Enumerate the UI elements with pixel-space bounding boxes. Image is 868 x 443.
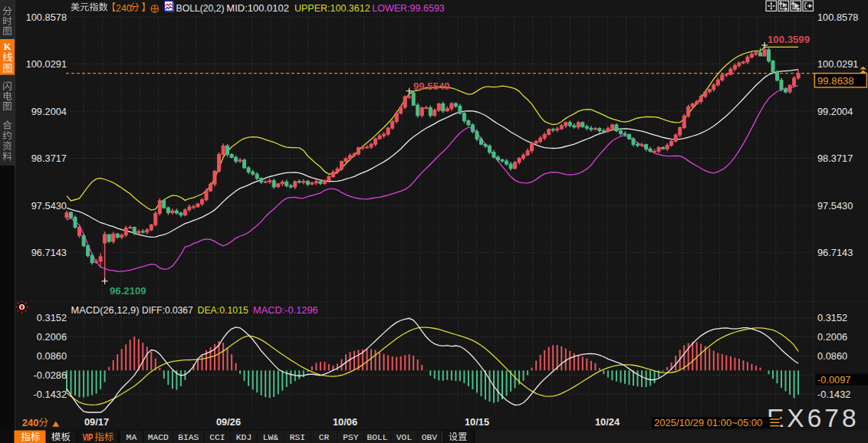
svg-text:PSY: PSY <box>343 433 359 442</box>
svg-text:100.3599: 100.3599 <box>768 34 810 45</box>
svg-text:97.5430: 97.5430 <box>31 200 67 212</box>
svg-text:10/06: 10/06 <box>333 416 357 428</box>
svg-text:BOLL: BOLL <box>367 433 388 442</box>
svg-text:0.0860: 0.0860 <box>817 350 847 362</box>
svg-text:KDJ: KDJ <box>236 433 252 442</box>
svg-text:RSI: RSI <box>290 433 305 442</box>
svg-text:LW&: LW& <box>263 433 279 442</box>
svg-text:-0.1432: -0.1432 <box>817 389 850 400</box>
svg-text:DIFF:0.0367: DIFF:0.0367 <box>142 305 193 316</box>
svg-text:MACD(26,12,9): MACD(26,12,9) <box>71 304 140 316</box>
svg-text:99.2004: 99.2004 <box>817 106 853 117</box>
svg-text:240: 240 <box>116 3 132 14</box>
svg-text:VIP: VIP <box>83 432 93 442</box>
svg-text:LOWER:99.6593: LOWER:99.6593 <box>372 3 445 14</box>
svg-text:10/24: 10/24 <box>595 416 620 428</box>
svg-text:100.8578: 100.8578 <box>26 11 67 23</box>
svg-text:100.8578: 100.8578 <box>817 11 858 23</box>
svg-text:96.2109: 96.2109 <box>110 285 146 297</box>
svg-text:99.5549: 99.5549 <box>413 80 450 92</box>
svg-text:0.2006: 0.2006 <box>37 331 67 343</box>
svg-text:10/15: 10/15 <box>465 416 489 428</box>
svg-text:98.3717: 98.3717 <box>817 153 853 164</box>
svg-text:2025/10/29 01:00~05:00: 2025/10/29 01:00~05:00 <box>654 417 762 428</box>
svg-text:96.7143: 96.7143 <box>817 247 853 258</box>
svg-text:0.3152: 0.3152 <box>817 312 847 323</box>
svg-text:-0.0097: -0.0097 <box>817 374 850 386</box>
svg-text:0.3152: 0.3152 <box>37 312 67 323</box>
svg-text:97.5430: 97.5430 <box>817 200 853 212</box>
svg-text:98.3717: 98.3717 <box>31 153 67 164</box>
svg-text:UPPER:100.3612: UPPER:100.3612 <box>294 3 370 14</box>
svg-text:99.8638: 99.8638 <box>817 75 854 87</box>
svg-text:EX678: EX678 <box>767 404 860 432</box>
svg-text:VOL: VOL <box>396 433 413 442</box>
svg-text:MA: MA <box>127 433 137 442</box>
svg-text:100.0291: 100.0291 <box>26 58 67 70</box>
svg-text:99.2004: 99.2004 <box>31 106 67 117</box>
svg-text:96.7143: 96.7143 <box>31 247 67 258</box>
svg-text:MID:100.0102: MID:100.0102 <box>226 2 289 14</box>
svg-text:CCI: CCI <box>209 433 225 442</box>
svg-text:0.0860: 0.0860 <box>37 350 67 362</box>
svg-text:100.0291: 100.0291 <box>817 58 858 70</box>
svg-text:MACD:-0.1296: MACD:-0.1296 <box>253 304 318 316</box>
svg-text:09/26: 09/26 <box>216 416 241 428</box>
svg-text:OBV: OBV <box>422 433 438 442</box>
svg-text:-0.0286: -0.0286 <box>34 369 67 381</box>
svg-text:MACD: MACD <box>148 433 169 442</box>
svg-text:-0.1432: -0.1432 <box>34 389 67 400</box>
svg-text:BOLL(20,2): BOLL(20,2) <box>176 3 225 14</box>
svg-text:DEA:0.1015: DEA:0.1015 <box>198 305 248 316</box>
svg-text:09/17: 09/17 <box>84 416 109 428</box>
svg-text:K: K <box>4 41 12 52</box>
svg-text:0.2006: 0.2006 <box>817 331 847 343</box>
svg-text:BIAS: BIAS <box>178 433 199 442</box>
svg-text:CR: CR <box>319 433 330 442</box>
svg-text:240: 240 <box>22 417 39 428</box>
